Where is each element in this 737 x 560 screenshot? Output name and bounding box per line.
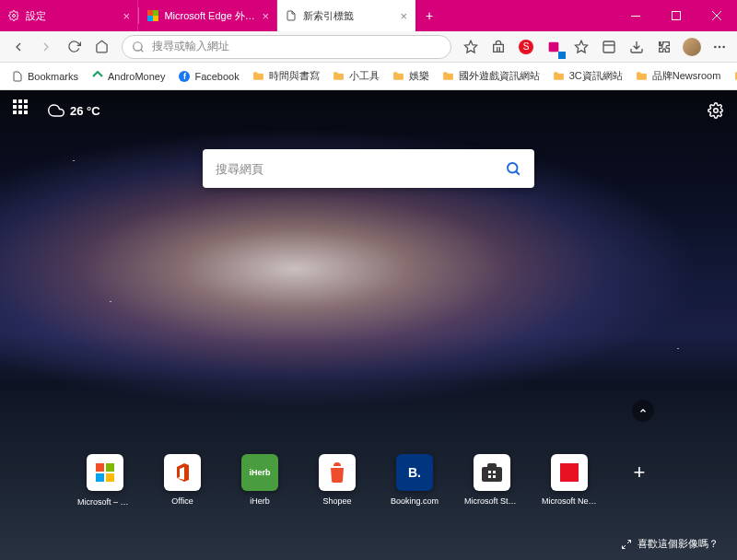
temperature: 26 °C bbox=[70, 104, 100, 118]
svg-marker-13 bbox=[575, 41, 587, 52]
svg-rect-3 bbox=[147, 16, 153, 21]
bookmark-item[interactable]: Bookmarks bbox=[6, 68, 84, 85]
address-bar[interactable]: 搜尋或輸入網址 bbox=[122, 35, 451, 59]
like-image-link[interactable]: 喜歡這個影像嗎？ bbox=[621, 537, 719, 551]
svg-point-9 bbox=[134, 41, 142, 50]
add-tile-button[interactable]: + bbox=[621, 454, 658, 491]
extension-red-badge-button[interactable]: S bbox=[514, 35, 538, 59]
toolbar: 搜尋或輸入網址 S bbox=[0, 31, 737, 63]
refresh-button[interactable] bbox=[61, 34, 87, 60]
svg-rect-1 bbox=[147, 10, 153, 16]
bookmark-folder[interactable]: 品牌Newsroom bbox=[630, 67, 727, 85]
page-settings-button[interactable] bbox=[708, 102, 724, 119]
svg-point-17 bbox=[719, 45, 721, 48]
svg-rect-27 bbox=[493, 471, 496, 473]
svg-line-30 bbox=[627, 540, 631, 543]
svg-point-18 bbox=[722, 45, 725, 48]
new-tab-button[interactable]: + bbox=[415, 0, 443, 31]
tile-shopee[interactable]: Shopee bbox=[311, 454, 363, 506]
weather-widget[interactable]: 26 °C bbox=[48, 102, 100, 119]
search-input[interactable] bbox=[216, 162, 505, 176]
bookmark-folder[interactable]: 小工具 bbox=[327, 67, 385, 85]
folder-icon bbox=[553, 70, 566, 83]
bookmark-item[interactable]: AndroMoney bbox=[86, 68, 170, 85]
home-button[interactable] bbox=[88, 34, 114, 60]
tab-label: Microsoft Edge 外掛程式 - 傷腦 bbox=[164, 9, 256, 23]
profile-avatar[interactable] bbox=[680, 35, 704, 59]
svg-rect-2 bbox=[153, 10, 158, 16]
minimize-button[interactable] bbox=[615, 0, 656, 31]
svg-point-19 bbox=[714, 109, 719, 113]
close-icon[interactable]: × bbox=[400, 9, 407, 23]
svg-line-10 bbox=[141, 49, 144, 52]
tab-label: 設定 bbox=[26, 9, 46, 23]
bookmark-folder[interactable]: 娛樂 bbox=[387, 67, 435, 85]
search-icon[interactable] bbox=[505, 160, 521, 177]
back-button[interactable] bbox=[6, 34, 31, 60]
svg-rect-12 bbox=[549, 41, 559, 52]
close-window-button[interactable] bbox=[696, 0, 737, 31]
close-icon[interactable]: × bbox=[262, 9, 269, 23]
expand-icon bbox=[621, 539, 632, 550]
facebook-icon: f bbox=[178, 70, 191, 83]
app-icon bbox=[91, 70, 104, 83]
tab-extensions[interactable]: Microsoft Edge 外掛程式 - 傷腦 × bbox=[139, 0, 277, 31]
svg-rect-24 bbox=[96, 473, 104, 482]
tile-msstore[interactable]: Microsoft Store bbox=[466, 454, 518, 506]
svg-line-31 bbox=[623, 545, 626, 549]
svg-marker-11 bbox=[464, 41, 476, 52]
svg-rect-4 bbox=[153, 16, 158, 21]
gear-icon bbox=[7, 9, 20, 22]
extension-favorites-button[interactable] bbox=[569, 35, 593, 59]
new-tab-page: 26 °C Microsoft – 官... Office iHerbiHerb… bbox=[0, 90, 737, 560]
close-icon[interactable]: × bbox=[123, 9, 130, 23]
tile-office[interactable]: Office bbox=[157, 454, 208, 506]
extension-favorite-button[interactable] bbox=[459, 35, 483, 59]
search-box[interactable] bbox=[203, 149, 534, 188]
folder-icon bbox=[636, 70, 649, 83]
extension-generic-button[interactable] bbox=[597, 35, 621, 59]
folder-icon bbox=[733, 70, 737, 83]
tab-settings[interactable]: 設定 × bbox=[0, 0, 138, 31]
svg-point-20 bbox=[508, 163, 518, 173]
svg-rect-6 bbox=[673, 12, 681, 20]
forward-button[interactable] bbox=[33, 34, 59, 60]
tile-iherb[interactable]: iHerbiHerb bbox=[234, 454, 286, 506]
svg-line-21 bbox=[516, 171, 520, 175]
bookmark-folder[interactable]: 3C資訊網站 bbox=[547, 67, 628, 85]
page-icon bbox=[285, 9, 298, 22]
svg-rect-5 bbox=[631, 16, 640, 17]
svg-rect-14 bbox=[603, 41, 614, 52]
edge-icon bbox=[146, 9, 158, 22]
expand-button[interactable] bbox=[632, 400, 654, 422]
tile-booking[interactable]: B.Booking.com bbox=[389, 454, 440, 506]
svg-rect-22 bbox=[96, 463, 104, 472]
bookmark-folder[interactable]: 國外遊戲資訊網站 bbox=[437, 67, 545, 85]
extension-puzzle-button[interactable] bbox=[652, 35, 676, 59]
bookmarks-bar: Bookmarks AndroMoney fFacebook 時間與書寫 小工具… bbox=[0, 63, 737, 90]
svg-rect-28 bbox=[488, 475, 491, 478]
folder-icon bbox=[252, 70, 265, 83]
svg-rect-29 bbox=[493, 475, 496, 478]
menu-button[interactable] bbox=[708, 35, 731, 59]
quick-links: Microsoft – 官... Office iHerbiHerb Shope… bbox=[79, 454, 658, 508]
tab-newtab[interactable]: 新索引標籤 × bbox=[277, 0, 415, 31]
maximize-button[interactable] bbox=[656, 0, 696, 31]
folder-icon bbox=[333, 70, 345, 83]
search-icon bbox=[132, 41, 145, 53]
tile-msnews[interactable]: Microsoft News bbox=[544, 454, 595, 506]
extension-shopping-button[interactable] bbox=[486, 35, 510, 59]
extension-collections-button[interactable] bbox=[542, 35, 566, 59]
bookmark-folder[interactable]: 時間與書寫 bbox=[247, 67, 325, 85]
tab-label: 新索引標籤 bbox=[303, 9, 354, 23]
bookmark-folder[interactable]: 線上雜誌 bbox=[728, 67, 737, 85]
apps-launcher-button[interactable] bbox=[13, 99, 35, 122]
folder-icon bbox=[442, 70, 455, 83]
bookmark-item[interactable]: fFacebook bbox=[172, 68, 244, 85]
cloud-icon bbox=[48, 102, 64, 119]
svg-point-16 bbox=[714, 45, 717, 48]
tile-microsoft[interactable]: Microsoft – 官... bbox=[79, 454, 131, 508]
svg-rect-26 bbox=[488, 471, 491, 473]
extension-downloads-button[interactable] bbox=[625, 35, 649, 59]
window-controls bbox=[615, 0, 737, 31]
